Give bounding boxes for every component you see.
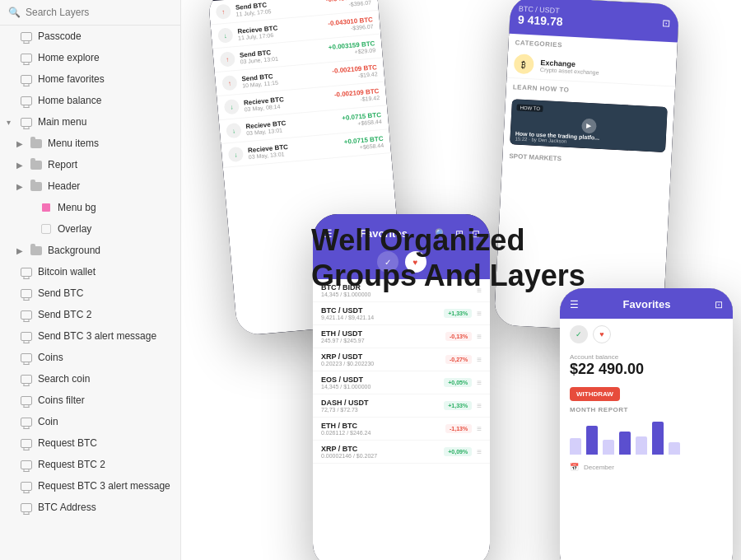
coin-menu-icon[interactable]: ≡ <box>477 378 482 387</box>
recv-arrow-icon: ↓ <box>226 123 242 139</box>
coin-row[interactable]: XRP / USDT0.20223 / $0.202230-0,27%≡ <box>313 348 490 371</box>
coin-row[interactable]: EOS / USDT14,345 / $1.000000+0,05%≡ <box>313 371 490 394</box>
sidebar-item-header[interactable]: ▶Header <box>0 175 180 197</box>
sidebar-item-btc-address[interactable]: BTC Address <box>0 497 180 518</box>
bal-options-icon[interactable]: ⊡ <box>715 299 723 310</box>
bal-title: Favorites <box>623 298 671 310</box>
month-report-label: MONTH REPORT <box>560 401 733 417</box>
coin-badge: +0,09% <box>444 447 472 456</box>
search-input[interactable] <box>26 7 172 18</box>
sidebar-item-coins[interactable]: Coins <box>0 347 180 368</box>
send-btc-icon <box>20 287 33 300</box>
sidebar-label-coins: Coins <box>38 352 174 363</box>
coin-menu-icon[interactable]: ≡ <box>477 401 482 410</box>
coin-menu-icon[interactable]: ≡ <box>477 309 482 318</box>
sidebar-item-report[interactable]: ▶Report <box>0 154 180 175</box>
sidebar-label-request-btc-2: Request BTC 2 <box>38 459 174 470</box>
sidebar-label-header: Header <box>48 180 174 192</box>
home-favorites-icon <box>20 72 33 86</box>
sidebar-item-home-explore[interactable]: Home explore <box>0 47 180 68</box>
coin-row[interactable]: XRP / BTC0.00002146 / $0.2027+0,09%≡ <box>313 441 490 464</box>
menu-bg-icon <box>40 201 53 214</box>
search-bar[interactable]: 🔍 <box>0 0 180 26</box>
sidebar-item-coin[interactable]: Coin <box>0 411 180 432</box>
cat-menu-icon[interactable]: ⊡ <box>662 17 671 30</box>
send-arrow-icon: ↑ <box>220 51 236 68</box>
chevron-icon: ▶ <box>16 182 25 191</box>
recv-arrow-icon: ↓ <box>228 147 245 163</box>
sidebar-item-coins-filter[interactable]: Coins filter <box>0 390 180 411</box>
coin-pair: ETH / BTC <box>321 422 445 430</box>
sidebar-item-menu-items[interactable]: ▶Menu items <box>0 133 180 154</box>
sidebar-item-main-menu[interactable]: ▾Main menu <box>0 111 180 133</box>
bal-menu-icon[interactable]: ☰ <box>570 299 579 310</box>
sidebar-item-send-btc[interactable]: Send BTC <box>0 282 180 304</box>
chart-bar-4 <box>619 432 631 455</box>
coin-row[interactable]: BTC / USDT9,421.14 / $9,421.14+1,33%≡ <box>313 302 490 325</box>
bal-check-icon: ✓ <box>570 325 588 343</box>
sidebar-label-report: Report <box>48 159 174 170</box>
coin-price: 0.20223 / $0.202230 <box>321 361 445 366</box>
send-arrow-icon: ↑ <box>216 3 232 20</box>
request-btc-2-icon <box>20 458 33 471</box>
sidebar-item-send-btc-2[interactable]: Send BTC 2 <box>0 304 180 325</box>
overlay-icon <box>40 222 53 236</box>
coin-badge: +0,05% <box>444 378 472 387</box>
coin-price: 245.97 / $245.97 <box>321 338 445 343</box>
sidebar-item-home-balance[interactable]: Home balance <box>0 90 180 111</box>
sidebar-item-overlay[interactable]: Overlay <box>0 218 180 240</box>
coin-menu-icon[interactable]: ≡ <box>477 424 482 433</box>
sidebar-item-request-btc[interactable]: Request BTC <box>0 432 180 454</box>
sidebar-item-menu-bg[interactable]: Menu bg <box>0 197 180 218</box>
sidebar-item-request-btc-3[interactable]: Request BTC 3 alert message <box>0 475 180 497</box>
sidebar-item-search-coin[interactable]: Search coin <box>0 368 180 390</box>
sidebar-label-coins-filter: Coins filter <box>38 394 174 406</box>
coin-pair: DASH / USDT <box>321 399 444 407</box>
coin-badge: -0,13% <box>445 332 472 341</box>
sidebar-label-send-btc: Send BTC <box>38 287 174 299</box>
coin-menu-icon[interactable]: ≡ <box>477 447 482 456</box>
sidebar-label-background: Background <box>48 245 174 256</box>
coin-pair: EOS / USDT <box>321 376 444 384</box>
sidebar-item-bitcoin-wallet[interactable]: Bitcoin wallet <box>0 261 180 282</box>
coin-row[interactable]: ETH / BTC0.026112 / $246.24-1,13%≡ <box>313 418 490 441</box>
balance-label: Account balance <box>570 353 723 361</box>
request-btc-icon <box>20 436 33 450</box>
coin-menu-icon[interactable]: ≡ <box>477 355 482 364</box>
chart-bar-7 <box>669 442 680 455</box>
sidebar-item-home-favorites[interactable]: Home favorites <box>0 68 180 90</box>
coins-filter-icon <box>20 394 33 407</box>
sidebar-label-coin: Coin <box>38 416 174 427</box>
phone4-screen: ☰ Favorites ⊡ ✓ ♥ Account balance $22 49… <box>560 288 733 560</box>
bal-heart-icon[interactable]: ♥ <box>593 325 611 343</box>
coin-price: 9,421.14 / $9,421.14 <box>321 315 444 320</box>
chevron-icon: ▶ <box>16 246 25 255</box>
sidebar-item-passcode[interactable]: Passcode <box>0 26 180 47</box>
video-card[interactable]: HOW TO ▶ How to use the trading platfo..… <box>510 99 668 152</box>
recv-arrow-icon: ↓ <box>224 99 240 115</box>
home-explore-icon <box>20 51 33 64</box>
sidebar-item-send-btc-3[interactable]: Send BTC 3 alert message <box>0 325 180 347</box>
sidebar-item-request-btc-2[interactable]: Request BTC 2 <box>0 454 180 475</box>
chart-bar-6 <box>652 422 664 455</box>
withdraw-button[interactable]: WITHDRAW <box>570 387 620 401</box>
chart-bar-1 <box>570 438 581 455</box>
hero-line1: Well Organized <box>311 222 585 258</box>
btc-address-icon <box>20 501 33 514</box>
coin-menu-icon[interactable]: ≡ <box>477 332 482 341</box>
fav-body: BTC / BIDR14,345 / $1.000000≡BTC / USDT9… <box>313 279 490 560</box>
sidebar-label-send-btc-2: Send BTC 2 <box>38 309 174 320</box>
menu-items-icon <box>30 137 43 150</box>
coin-badge: +1,33% <box>444 401 472 410</box>
chevron-icon: ▶ <box>16 139 25 148</box>
video-tag: HOW TO <box>516 104 543 112</box>
sidebar-label-overlay: Overlay <box>58 223 174 235</box>
coin-row[interactable]: ETH / USDT245.97 / $245.97-0,13%≡ <box>313 325 490 348</box>
sidebar-label-search-coin: Search coin <box>38 373 174 385</box>
coin-row[interactable]: DASH / USDT72,73 / $72.73+1,33%≡ <box>313 394 490 418</box>
coin-icon <box>20 415 33 428</box>
sidebar-label-send-btc-3: Send BTC 3 alert message <box>38 330 174 342</box>
coin-pair: XRP / BTC <box>321 445 444 453</box>
background-icon <box>30 244 43 257</box>
sidebar-item-background[interactable]: ▶Background <box>0 240 180 261</box>
